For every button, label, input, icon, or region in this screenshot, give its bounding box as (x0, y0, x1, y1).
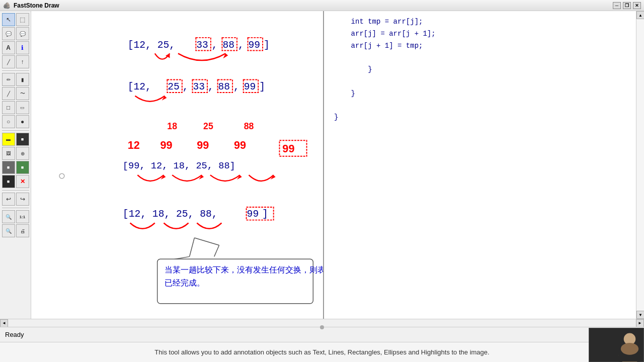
code-line-3: arr[j + 1] = tmp; (334, 40, 626, 52)
zoom-in-button[interactable]: 🔍 (2, 210, 15, 223)
svg-text:,: , (212, 40, 218, 51)
svg-point-56 (621, 343, 638, 355)
ellipse-tool[interactable]: ○ (2, 115, 15, 128)
print-button[interactable]: 🖨 (16, 224, 29, 237)
restore-button[interactable]: ❐ (623, 2, 631, 9)
svg-text:]: ] (264, 40, 270, 51)
code-line-4 (334, 52, 626, 64)
text-tool[interactable]: A (2, 41, 15, 54)
svg-text:99: 99 (249, 40, 261, 51)
svg-text:88: 88 (222, 40, 234, 51)
vertical-scrollbar[interactable]: ▲ ▼ (636, 11, 644, 319)
svg-line-47 (214, 245, 219, 257)
svg-text:25: 25 (168, 81, 180, 93)
rect-tool[interactable]: □ (2, 101, 15, 114)
svg-text:33: 33 (193, 81, 205, 93)
close-button[interactable]: ✕ (633, 2, 641, 9)
scroll-indicator (320, 325, 324, 329)
svg-text:33: 33 (196, 40, 208, 51)
select-tool[interactable]: ⬚ (16, 13, 29, 26)
arrow-up-tool[interactable]: ↑ (16, 55, 29, 68)
svg-text:[12,  18,  25,  88,: [12, 18, 25, 88, (123, 209, 218, 220)
code-line-7: } (334, 88, 626, 100)
svg-text:[12,: [12, (128, 81, 151, 93)
highlight-tool[interactable]: ▮ (16, 73, 29, 86)
arrow-tool[interactable]: ↖ (2, 13, 15, 26)
tooltip-text: This tool allows you to add annotation o… (154, 348, 489, 356)
zoom-out-button[interactable]: 🔍 (2, 224, 15, 237)
title-bar: 🪨 FastStone Draw ─ ❐ ✕ (0, 0, 644, 11)
code-line-9: } (334, 112, 626, 124)
undo-button[interactable]: ↩ (2, 193, 15, 206)
code-panel: int tmp = arr[j]; arr[j] = arr[j + 1]; a… (324, 11, 636, 319)
color2-swatch[interactable]: ■ (16, 133, 29, 146)
app-title: FastStone Draw (14, 2, 59, 9)
pen-tool[interactable]: ✏ (2, 73, 15, 86)
bubble-tool[interactable]: 💬 (16, 27, 29, 40)
svg-text:,: , (233, 81, 239, 93)
code-line-8 (334, 100, 626, 112)
zoom-1-1-button[interactable]: 1:1 (16, 210, 29, 223)
svg-text:99: 99 (244, 81, 256, 93)
filled-ellipse-tool[interactable]: ● (16, 115, 29, 128)
webcam-preview (589, 328, 644, 362)
scroll-down-button[interactable]: ▼ (636, 311, 644, 319)
code-line-1: int tmp = arr[j]; (334, 16, 626, 28)
svg-text:12: 12 (128, 139, 140, 151)
code-line-6 (334, 76, 626, 88)
status-text: Ready (5, 331, 24, 338)
svg-text:[99,   12,   18,   25,   88]: [99, 12, 18, 25, 88] (123, 160, 235, 171)
status-bar: Ready (0, 327, 644, 342)
code-line-2: arr[j] = arr[j + 1]; (334, 28, 626, 40)
svg-text:已经完成。: 已经完成。 (165, 279, 205, 287)
redo-button[interactable]: ↪ (16, 193, 29, 206)
red-x-button[interactable]: ✕ (16, 175, 29, 188)
cursor-plus-tool[interactable]: ⊕ (16, 147, 29, 160)
line-measure-tool[interactable]: ╱ (2, 55, 15, 68)
line-tool[interactable]: ╱ (2, 87, 15, 100)
minimize-button[interactable]: ─ (613, 2, 621, 9)
screen-tool[interactable]: ■ (2, 161, 15, 174)
app-icon: 🪨 (3, 2, 11, 9)
scroll-up-button[interactable]: ▲ (636, 11, 644, 19)
toolbar: ↖ ⬚ 💬 💬 A ℹ ╱ ↑ ✏ ▮ ╱ 〜 (0, 11, 31, 319)
rounded-rect-tool[interactable]: ▭ (16, 101, 29, 114)
comment-tool[interactable]: 💬 (2, 27, 15, 40)
svg-text:]: ] (259, 81, 265, 93)
insert-image-tool[interactable]: 🖼 (2, 147, 15, 160)
info-tool[interactable]: ℹ (16, 41, 29, 54)
svg-line-46 (194, 238, 219, 245)
screen2-tool[interactable]: ■ (16, 161, 29, 174)
scroll-right-button[interactable]: ► (636, 319, 644, 327)
canvas-area: [12, 25, 33 , 88 , 99 ] (31, 11, 644, 319)
tooltip-bar: This tool allows you to add annotation o… (0, 342, 644, 362)
svg-text:,: , (238, 40, 244, 51)
screen3-tool[interactable]: ■ (2, 175, 15, 188)
color1-swatch[interactable]: ▬ (2, 133, 15, 146)
svg-text:,: , (208, 81, 214, 93)
svg-text:88: 88 (244, 121, 254, 131)
svg-text:99: 99 (160, 139, 173, 151)
svg-text:88: 88 (218, 81, 230, 93)
svg-text:当某一趟比较下来，没有发生任何交换，则表示排序: 当某一趟比较下来，没有发生任何交换，则表示排序 (165, 265, 323, 274)
code-line-5: } (334, 64, 626, 76)
scroll-left-button[interactable]: ◄ (0, 319, 8, 327)
svg-text:99: 99 (247, 209, 259, 220)
svg-text:99: 99 (282, 142, 294, 155)
horizontal-scrollbar[interactable]: ◄ ► (0, 319, 644, 327)
scrollbar-track[interactable] (636, 19, 644, 311)
svg-text:18: 18 (167, 121, 177, 131)
freehand-tool[interactable]: 〜 (16, 87, 29, 100)
drawing-panel[interactable]: [12, 25, 33 , 88 , 99 ] (31, 11, 324, 319)
svg-text:99: 99 (234, 139, 246, 151)
svg-text:[12,  25,: [12, 25, (128, 40, 175, 51)
svg-line-44 (190, 238, 195, 256)
svg-text:,: , (183, 81, 189, 93)
svg-text:]: ] (262, 209, 268, 220)
svg-point-51 (59, 173, 64, 178)
svg-text:99: 99 (197, 139, 209, 151)
svg-text:25: 25 (203, 121, 213, 131)
